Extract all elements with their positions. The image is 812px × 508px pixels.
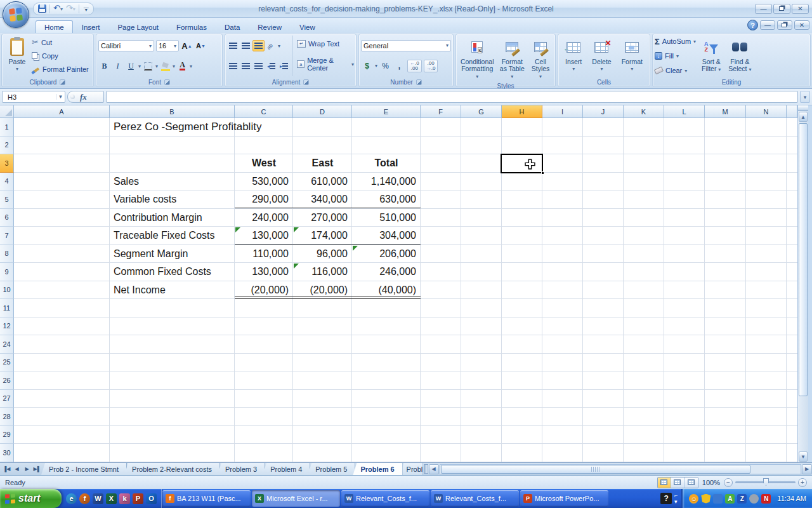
row-header-5[interactable]: 5 xyxy=(0,190,14,209)
shrink-font-button[interactable]: A▼ xyxy=(195,40,207,51)
italic-button[interactable]: I xyxy=(112,60,124,72)
cell-D5[interactable]: 340,000 xyxy=(293,190,352,209)
format-as-table-button[interactable]: Formatas Table ▾ xyxy=(496,36,528,81)
bold-button[interactable]: B xyxy=(98,60,110,72)
row-header-6[interactable]: 6 xyxy=(0,209,14,227)
center-button[interactable] xyxy=(240,60,252,72)
column-header-M[interactable]: M xyxy=(705,105,746,118)
row-header-4[interactable]: 4 xyxy=(0,173,14,191)
orientation-button[interactable] xyxy=(265,40,277,51)
row-header-25[interactable]: 25 xyxy=(0,354,14,372)
column-header-I[interactable]: I xyxy=(542,105,583,118)
column-header-N[interactable]: N xyxy=(746,105,787,118)
cell-E9[interactable]: 246,000 xyxy=(352,263,421,281)
cell-E7[interactable]: 304,000 xyxy=(352,227,421,245)
fill-button[interactable]: ↓Fill▾ xyxy=(655,51,696,61)
taskbar-button-powerpoint[interactable]: PMicrosoft PowerPo... xyxy=(520,490,608,507)
grow-font-button[interactable]: A▲ xyxy=(181,40,193,51)
taskbar-button-firefox[interactable]: fBA 213 W11 (Pasc... xyxy=(162,490,251,507)
increase-decimal-button[interactable]: ←.0.00 xyxy=(407,60,422,72)
name-box[interactable]: H3 ▼ xyxy=(2,91,65,103)
internet-explorer-icon[interactable]: e xyxy=(66,493,77,504)
zoom-slider-thumb[interactable] xyxy=(763,478,769,486)
horizontal-scrollbar[interactable]: ◀ ▶ xyxy=(429,463,812,475)
copy-button[interactable]: Copy xyxy=(30,50,90,62)
tab-review[interactable]: Review xyxy=(249,20,291,33)
letter-n-icon[interactable]: N xyxy=(761,494,771,504)
cell-B6[interactable]: Contribution Margin xyxy=(114,209,202,227)
cell-styles-button[interactable]: CellStyles ▾ xyxy=(528,36,553,81)
decrease-decimal-button[interactable]: .00→.0 xyxy=(424,60,438,72)
column-header-E[interactable]: E xyxy=(352,105,421,118)
taskbar-button-word[interactable]: WRelevant_Costs_f... xyxy=(341,490,429,507)
cell-B9[interactable]: Common Fixed Costs xyxy=(114,263,211,281)
close-button[interactable]: ✕ xyxy=(792,4,809,14)
tab-formulas[interactable]: Formulas xyxy=(167,20,216,33)
sheet-tab-problem-6[interactable]: Problem 6 xyxy=(353,463,402,475)
chevron-down-icon[interactable]: ▾ xyxy=(173,64,175,69)
scroll-down-icon[interactable]: ▼ xyxy=(799,451,808,462)
tab-insert[interactable]: Insert xyxy=(73,20,109,33)
selected-cell-H3[interactable] xyxy=(501,154,543,174)
save-icon[interactable] xyxy=(38,4,46,13)
tab-data[interactable]: Data xyxy=(216,20,249,33)
sort-filter-button[interactable]: AZ Sort &Filter ▾ xyxy=(700,36,723,76)
decrease-indent-button[interactable]: ◂ xyxy=(265,60,277,72)
column-header-C[interactable]: C xyxy=(235,105,293,118)
cell-D8[interactable]: 96,000 xyxy=(293,245,352,264)
grid[interactable]: 12345678910111224252627282930Perez Co -S… xyxy=(0,118,797,462)
borders-button[interactable] xyxy=(142,60,154,72)
row-header-3[interactable]: 3 xyxy=(0,154,14,173)
cell-C3[interactable]: West xyxy=(235,154,293,173)
scroll-left-icon[interactable]: ◀ xyxy=(429,464,439,474)
comma-style-button[interactable]: , xyxy=(393,60,405,72)
tab-split-handle[interactable] xyxy=(424,464,428,474)
page-break-view-button[interactable] xyxy=(684,478,698,488)
column-header-G[interactable]: G xyxy=(461,105,502,118)
cell-C4[interactable]: 530,000 xyxy=(235,173,293,191)
cell-B4[interactable]: Sales xyxy=(114,173,139,191)
undo-icon[interactable]: ↶▾ xyxy=(53,4,63,13)
cut-button[interactable]: ✂Cut xyxy=(30,37,90,48)
bottom-align-button[interactable] xyxy=(252,40,265,51)
cell-E6[interactable]: 510,000 xyxy=(352,209,421,227)
row-header-10[interactable]: 10 xyxy=(0,281,14,300)
row-header-7[interactable]: 7 xyxy=(0,227,14,245)
cell-C6[interactable]: 240,000 xyxy=(235,209,293,227)
merge-center-button[interactable]: aMerge & Center▾ xyxy=(297,57,354,72)
sheet-tab-problem-5[interactable]: Problem 5 xyxy=(308,463,355,475)
prev-sheet-icon[interactable]: ◀ xyxy=(12,466,22,472)
outlook-icon[interactable]: O xyxy=(146,493,157,504)
next-sheet-icon[interactable]: ▶ xyxy=(22,466,32,472)
middle-align-button[interactable] xyxy=(240,40,252,51)
row-header-26[interactable]: 26 xyxy=(0,371,14,390)
fill-color-button[interactable] xyxy=(159,60,171,72)
taskbar-button-excel[interactable]: XMicrosoft Excel - r... xyxy=(252,490,340,507)
workbook-restore-button[interactable] xyxy=(777,20,792,30)
firefox-icon[interactable]: f xyxy=(79,493,90,504)
row-header-29[interactable]: 29 xyxy=(0,426,14,444)
delete-cells-button[interactable]: ✕ Delete▾ xyxy=(590,36,613,76)
underline-button[interactable]: U xyxy=(125,60,137,72)
scroll-right-icon[interactable]: ▶ xyxy=(802,464,812,474)
column-header-A[interactable]: A xyxy=(14,105,110,118)
cell-D6[interactable]: 270,000 xyxy=(293,209,352,227)
start-button[interactable]: start xyxy=(0,489,62,508)
cell-B7[interactable]: Traceable Fixed Costs xyxy=(114,227,214,245)
help-icon[interactable]: ? xyxy=(747,20,758,30)
access-key-icon[interactable]: k xyxy=(119,493,130,504)
letter-a-icon[interactable]: A xyxy=(725,494,735,504)
formula-input[interactable] xyxy=(106,91,798,103)
zoom-level[interactable]: 100% xyxy=(702,479,720,486)
paste-button[interactable]: Paste ▾ xyxy=(4,36,30,76)
cell-C7[interactable]: 130,000 xyxy=(235,227,293,245)
vertical-scroll-thumb[interactable] xyxy=(799,123,808,396)
word-icon[interactable]: W xyxy=(93,493,103,504)
workbook-close-button[interactable]: ✕ xyxy=(794,20,809,30)
row-header-9[interactable]: 9 xyxy=(0,263,14,281)
column-header-B[interactable]: B xyxy=(110,105,235,118)
chevron-down-icon[interactable]: ▾ xyxy=(190,64,192,69)
cell-D4[interactable]: 610,000 xyxy=(293,173,352,191)
tab-page-layout[interactable]: Page Layout xyxy=(108,20,167,33)
column-header-F[interactable]: F xyxy=(421,105,461,118)
